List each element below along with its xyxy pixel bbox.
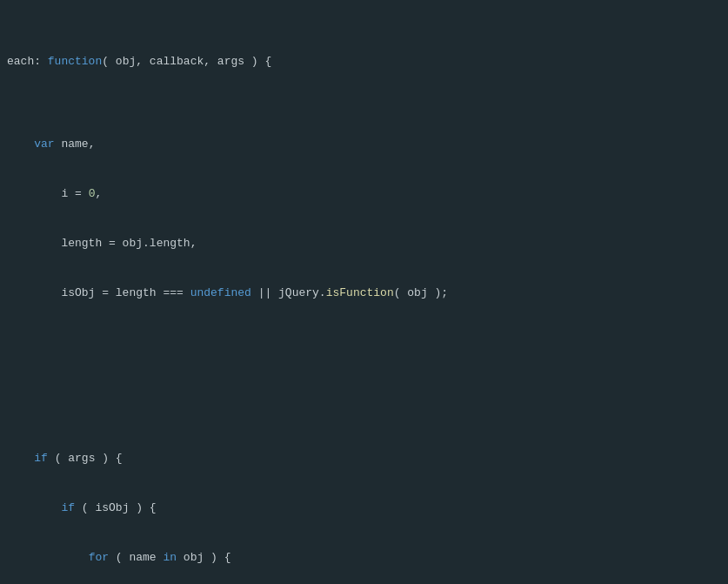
code-line: if ( args ) {	[0, 450, 728, 467]
code-line: i = 0,	[0, 185, 728, 202]
code-line: isObj = length === undefined || jQuery.i…	[0, 285, 728, 301]
code-line: if ( isObj ) {	[0, 500, 728, 516]
code-line: var name,	[0, 136, 728, 152]
code-line: length = obj.length,	[0, 235, 728, 252]
code-editor[interactable]: each: function( obj, callback, args ) { …	[0, 0, 728, 584]
code-line: each: function( obj, callback, args ) {	[0, 53, 728, 70]
code-line	[0, 367, 728, 384]
code-line: for ( name in obj ) {	[0, 549, 728, 566]
